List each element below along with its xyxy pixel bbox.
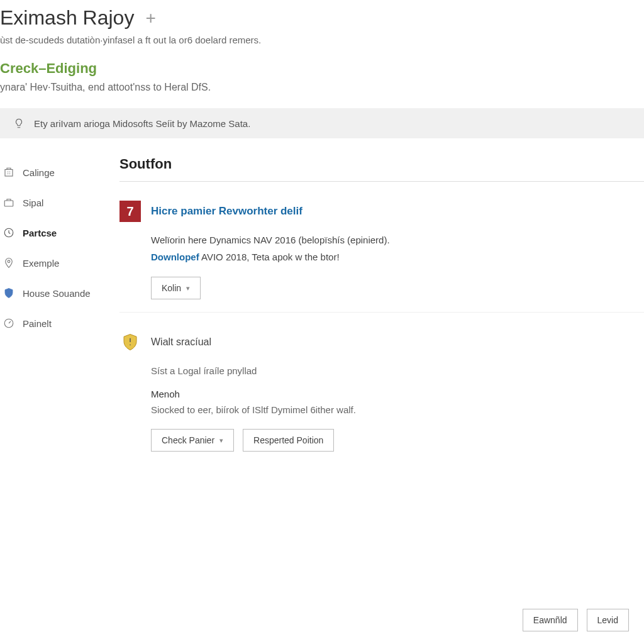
- button-label: Resperted Poition: [253, 435, 323, 445]
- sidebar-item-painelt[interactable]: Painelt: [0, 308, 119, 338]
- check-panier-dropdown[interactable]: Check Panier ▾: [151, 429, 234, 452]
- sidebar-item-label: Exemple: [23, 258, 59, 269]
- resperted-button[interactable]: Resperted Poition: [243, 429, 334, 452]
- sidebar-item-label: Partcse: [23, 228, 57, 238]
- solution-item: 7 Hicre pamier Revworhter delif Welïorin…: [119, 182, 644, 313]
- building-icon: [3, 166, 15, 179]
- sidebar-item-house[interactable]: House Souande: [0, 278, 119, 308]
- item-link-line: Downlopef AVIO 2018, Teta apok w the bto…: [151, 252, 644, 263]
- solution-item: Wialt sracíual Síst a Logal íraíle pnyll…: [119, 313, 644, 464]
- info-bar: Ety ariIvam arioga Midosofts Seíit by Ma…: [0, 108, 644, 138]
- sidebar-item-label: Sipal: [23, 197, 43, 208]
- clock-icon: [3, 226, 15, 239]
- item-meta-label: Menoh: [151, 389, 644, 399]
- shield-badge-icon: [119, 331, 141, 353]
- sidebar-item-label: House Souande: [23, 288, 91, 299]
- sidebar-item-label: Painelt: [23, 318, 52, 329]
- item-meta-description: Siocked to eer, biírok of ISltf Dymimel …: [151, 404, 644, 415]
- content-heading: Soutfon: [119, 156, 644, 182]
- main-content: Soutfon 7 Hicre pamier Revworhter delif …: [119, 151, 644, 464]
- svg-rect-1: [4, 201, 13, 206]
- sidebar: Calinge Sipal Partcse Exemple House Soua…: [0, 151, 119, 464]
- chevron-down-icon: ▾: [219, 436, 223, 445]
- kolin-dropdown[interactable]: Kolin ▾: [151, 277, 201, 299]
- item-subtitle: Síst a Logal íraíle pnyllad: [151, 365, 644, 376]
- sidebar-item-label: Calinge: [23, 167, 55, 178]
- button-label: Kolin: [162, 283, 181, 293]
- page-title: Eximash Rajoy: [0, 6, 134, 30]
- svg-rect-0: [5, 170, 13, 177]
- lightbulb-icon: [13, 117, 25, 130]
- item-title-link[interactable]: Hicre pamier Revworhter delif: [151, 205, 303, 218]
- add-button[interactable]: +: [140, 8, 160, 28]
- sidebar-item-exemple[interactable]: Exemple: [0, 248, 119, 278]
- shield-icon: [3, 287, 15, 299]
- sidebar-item-sipal[interactable]: Sipal: [0, 187, 119, 218]
- item-title: Wialt sracíual: [151, 336, 211, 348]
- download-link[interactable]: Downlopef: [151, 252, 199, 262]
- eawnild-button[interactable]: Eawnñld: [523, 609, 578, 631]
- svg-point-3: [8, 260, 10, 263]
- section-description: ynara' Hev·Tsuitha, end attoot'nss to He…: [0, 82, 644, 93]
- info-bar-text: Ety ariIvam arioga Midosofts Seíit by Ma…: [34, 118, 250, 129]
- briefcase-icon: [3, 196, 15, 209]
- pin-icon: [3, 257, 15, 269]
- item-description: Welïorin here Dynamics NAV 2016 (belopïs…: [151, 235, 644, 245]
- footer-buttons: Eawnñld Levid: [523, 609, 629, 631]
- sidebar-item-partcse[interactable]: Partcse: [0, 218, 119, 248]
- link-suffix: AVIO 2018, Teta apok w the btor!: [199, 252, 340, 262]
- button-label: Eawnñld: [533, 615, 567, 625]
- chevron-down-icon: ▾: [186, 284, 190, 292]
- button-label: Levid: [597, 615, 618, 625]
- page-subtitle: ùst de-scudeds dutatiòn·yinfasel a ft ou…: [0, 35, 644, 45]
- sidebar-item-calinge[interactable]: Calinge: [0, 157, 119, 187]
- levid-button[interactable]: Levid: [587, 609, 629, 631]
- button-label: Check Panier: [162, 435, 214, 445]
- section-link[interactable]: Creck–Ediging: [0, 60, 644, 77]
- number-badge: 7: [119, 201, 141, 222]
- gauge-icon: [3, 317, 15, 330]
